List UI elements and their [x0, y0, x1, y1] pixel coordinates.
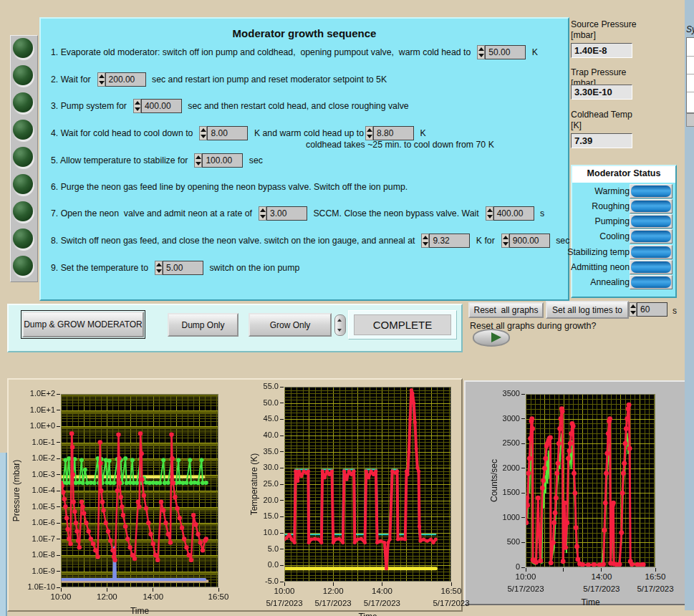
numeric-input[interactable]: 400.00 [133, 99, 182, 113]
x-tick-label: 10:00 [38, 592, 84, 601]
spin-arrows[interactable] [477, 45, 485, 59]
spin-arrows[interactable] [194, 153, 202, 168]
status-indicator [630, 184, 673, 198]
x-tick-date: 5/17/2023 [428, 599, 474, 607]
numeric-value[interactable]: 3.00 [266, 206, 307, 221]
y-tick [57, 458, 60, 459]
x-tick-label: 10:00 [503, 572, 549, 581]
side-panel-listbox[interactable] [686, 37, 694, 113]
step-led-indicator [13, 92, 33, 112]
y-tick-label: 1.0E-4 [16, 486, 55, 494]
y-tick-label: 1.0E+0 [16, 421, 55, 430]
y-tick [521, 493, 525, 494]
step-text: 5. Allow temperature to stabilize for [51, 155, 188, 165]
grow-only-button[interactable]: Grow Only [249, 313, 332, 337]
y-tick-label: 25.0 [240, 479, 279, 488]
numeric-input[interactable]: 8.00 [199, 126, 248, 140]
y-axis-label: Temperature (K) [249, 453, 259, 516]
numeric-input[interactable]: 400.00 [486, 206, 534, 221]
y-tick [57, 555, 60, 556]
reset-all-graphs-button[interactable]: Reset all graphs [468, 302, 544, 318]
y-tick-label: 50.0 [240, 398, 279, 407]
step-led-recess [12, 228, 34, 251]
step-text: K for [473, 236, 494, 246]
y-tick-label: 0.0 [240, 560, 279, 569]
status-bar [631, 231, 671, 242]
set-log-times-button[interactable]: Set all log times to [546, 301, 629, 319]
y-tick [57, 426, 60, 427]
numeric-input[interactable]: 100.00 [194, 153, 243, 168]
y-tick-label: 3000 [481, 414, 520, 423]
status-indicator [630, 275, 673, 289]
y-tick [280, 468, 284, 468]
step-led-strip [10, 35, 38, 282]
numeric-value[interactable]: 400.00 [493, 206, 534, 221]
numeric-input[interactable]: 9.32 [421, 234, 470, 248]
log-time-input[interactable]: 60 [629, 302, 668, 317]
numeric-input[interactable]: 5.00 [155, 261, 203, 275]
numeric-value[interactable]: 200.00 [105, 72, 146, 87]
readout-label: Source Pressure[mbar] [571, 19, 637, 41]
spin-arrows[interactable] [421, 234, 429, 248]
x-tick-label: 14:00 [579, 572, 625, 581]
pressure-graph: 1.0E+21.0E+11.0E+01.0E-11.0E-21.0E-31.0E… [61, 394, 218, 587]
y-tick [57, 571, 60, 572]
y-tick [280, 403, 284, 403]
dump-only-button[interactable]: Dump Only [168, 313, 238, 337]
y-tick-label: 2000 [481, 463, 520, 472]
spin-arrows[interactable] [486, 206, 493, 221]
y-tick-label: 5.0 [240, 544, 279, 553]
sequence-state-display: COMPLETE [348, 310, 457, 340]
step-led-recess [12, 120, 34, 142]
y-axis-label: Pressure (mbar) [11, 460, 21, 522]
y-tick-label: 1.0E-3 [16, 470, 55, 478]
sequence-step: 5. Allow temperature to stabilize for100… [51, 153, 263, 168]
step-text: K [529, 47, 538, 57]
y-tick-label: 1.0E+2 [16, 389, 55, 398]
numeric-input[interactable]: 50.00 [477, 45, 526, 59]
spin-arrows[interactable] [259, 206, 266, 221]
y-tick-label: 1.0E-5 [16, 502, 55, 511]
y-tick-label: 1000 [481, 513, 520, 521]
step-text: SCCM. Close the neon bypass valve. Wait [311, 208, 479, 218]
y-tick [280, 533, 284, 534]
numeric-value[interactable]: 100.00 [202, 153, 243, 168]
numeric-value[interactable]: 400.00 [141, 99, 182, 113]
spin-arrows[interactable] [155, 261, 163, 275]
spin-arrows[interactable] [365, 126, 373, 140]
side-panel-button[interactable] [686, 113, 694, 127]
numeric-value[interactable]: 8.80 [373, 126, 414, 140]
spin-arrows[interactable] [133, 99, 141, 113]
status-indicator [630, 245, 673, 259]
sequence-step: 4. Wait for cold head to cool down to8.0… [51, 125, 426, 141]
reset-during-growth-toggle[interactable] [473, 329, 510, 347]
spin-arrows[interactable] [501, 234, 509, 248]
spin-arrows[interactable] [199, 126, 207, 140]
x-tick [655, 568, 656, 572]
numeric-input[interactable]: 8.80 [365, 126, 414, 140]
readout-label: Coldhead Temp[K] [571, 110, 632, 131]
y-tick [280, 565, 284, 566]
sequence-step: 2. Wait for200.00 sec and restart ion pu… [51, 72, 387, 87]
x-tick-label: 14:00 [130, 592, 176, 601]
spin-arrows[interactable] [97, 72, 105, 87]
numeric-value[interactable]: 8.00 [207, 126, 248, 140]
dump-and-grow-button[interactable]: Dump & GROW MODERATOR [22, 312, 144, 337]
y-tick-label: 1.0E-1 [16, 438, 55, 446]
step-text: 8. Switch off neon gas feed, and close t… [51, 236, 415, 246]
log-time-value[interactable]: 60 [637, 302, 668, 317]
log-time-spin-arrows[interactable] [629, 302, 637, 317]
step-text: 3. Pump system for [51, 101, 127, 111]
status-bar [631, 261, 671, 273]
status-bar [631, 216, 671, 227]
numeric-value[interactable]: 50.00 [485, 45, 526, 59]
numeric-value[interactable]: 5.00 [163, 261, 203, 275]
numeric-input[interactable]: 900.00 [501, 234, 550, 248]
numeric-input[interactable]: 200.00 [97, 72, 146, 87]
y-tick [280, 549, 284, 549]
x-tick [563, 568, 564, 572]
state-spinner[interactable] [334, 314, 346, 336]
numeric-input[interactable]: 3.00 [259, 206, 307, 221]
x-tick-label: 12:00 [310, 587, 356, 595]
numeric-value[interactable]: 9.32 [429, 234, 470, 248]
